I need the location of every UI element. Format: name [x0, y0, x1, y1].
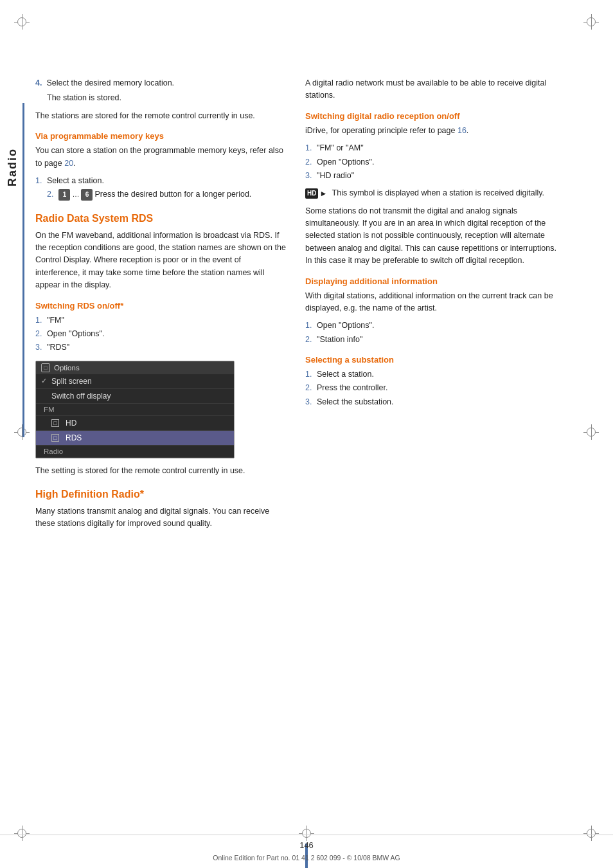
- right-column: A digital radio network must be availabl…: [305, 77, 562, 536]
- setting-stored-text: The setting is stored for the remote con…: [35, 465, 286, 477]
- prog-step-2: 2. 1 … 6 Press the desired button for a …: [35, 188, 286, 201]
- options-title-bar: □ Options: [36, 361, 234, 374]
- digital-step-3: 3."HD radio": [305, 170, 562, 182]
- crosshair-mid-right: [583, 424, 599, 440]
- key-press-text: Press the desired button for a longer pe…: [94, 188, 251, 201]
- programmable-steps: 1. Select a station. 2. 1 … 6 Press the …: [35, 175, 286, 201]
- rds-step-2: 2.Open "Options".: [35, 328, 286, 340]
- content-wrapper: 4. Select the desired memory location. T…: [35, 0, 600, 587]
- options-hd-item: □ HD: [36, 416, 234, 431]
- hd-symbol: HD►: [305, 188, 327, 200]
- substation-step-2: 2.Press the controller.: [305, 382, 562, 394]
- selecting-substation-title: Selecting a substation: [305, 355, 562, 365]
- hd-checkbox: □: [51, 419, 59, 427]
- crosshair-top-left: [14, 14, 30, 30]
- substation-step-3: 3.Select the substation.: [305, 396, 562, 408]
- remote-control-text: The stations are stored for the remote c…: [35, 110, 286, 122]
- page-number: 146: [299, 840, 314, 850]
- step4-text: 4. Select the desired memory location.: [35, 77, 286, 89]
- sidebar-label-text: Radio: [6, 148, 19, 186]
- options-rds-item: □ RDS: [36, 431, 234, 446]
- switch-digital-title: Switching digital radio reception on/off: [305, 111, 562, 121]
- options-title: Options: [54, 364, 80, 372]
- displaying-step-2: 2."Station info": [305, 334, 562, 346]
- displaying-title: Displaying additional information: [305, 276, 562, 286]
- key-1-badge: 1: [58, 189, 70, 201]
- options-radio-label: Radio: [36, 446, 234, 458]
- digital-network-text: A digital radio network must be availabl…: [305, 77, 562, 102]
- step4-sub: The station is stored.: [35, 92, 286, 104]
- rds-step-1: 1."FM": [35, 314, 286, 327]
- digital-body2: Some stations do not transmit the digita…: [305, 205, 562, 267]
- substation-steps-list: 1.Select a station. 2.Press the controll…: [305, 368, 562, 408]
- rds-steps-list: 1."FM" 2.Open "Options". 3."RDS": [35, 314, 286, 354]
- crosshair-mid-left: [14, 424, 30, 440]
- key-6-badge: 6: [81, 189, 93, 201]
- digital-step-2: 2.Open "Options".: [305, 156, 562, 168]
- bottom-bar: 146 Online Edition for Part no. 01 41 2 …: [0, 835, 613, 868]
- footer-text: Online Edition for Part no. 01 41 2 602 …: [213, 854, 400, 862]
- left-column: 4. Select the desired memory location. T…: [35, 77, 286, 536]
- hd-section-title: High Definition Radio*: [35, 489, 286, 500]
- options-screenshot: □ Options ✓ Split screen Switch off disp…: [35, 361, 235, 458]
- substation-step-1: 1.Select a station.: [305, 368, 562, 381]
- left-accent-bar: [22, 103, 24, 437]
- options-split-screen: ✓ Split screen: [36, 374, 234, 389]
- displaying-step-1: 1.Open "Options".: [305, 320, 562, 332]
- rds-checkbox: □: [51, 434, 59, 442]
- switch-rds-title: Switching RDS on/off*: [35, 301, 286, 311]
- digital-step-1: 1."FM" or "AM": [305, 142, 562, 154]
- sidebar-label: Radio: [0, 129, 24, 206]
- prog-step-1: 1. Select a station.: [35, 175, 286, 187]
- rds-body: On the FM waveband, additional informati…: [35, 230, 286, 292]
- hd-symbol-line: HD► This symbol is displayed when a stat…: [305, 187, 562, 199]
- check-icon: ✓: [41, 377, 47, 385]
- crosshair-top-right: [583, 14, 599, 30]
- options-icon: □: [41, 363, 50, 372]
- hd-symbol-desc: This symbol is displayed when a station …: [332, 188, 544, 197]
- rds-section-title: Radio Data System RDS: [35, 213, 286, 224]
- digital-steps-list: 1."FM" or "AM" 2.Open "Options". 3."HD r…: [305, 142, 562, 182]
- options-fm-label: FM: [36, 404, 234, 416]
- via-programmable-body: You can store a station on the programma…: [35, 145, 286, 170]
- hd-body: Many stations transmit analog and digita…: [35, 505, 286, 530]
- options-switch-off-display: Switch off display: [36, 389, 234, 404]
- step4-item: 4. Select the desired memory location. T…: [35, 77, 286, 105]
- rds-step-3: 3."RDS": [35, 341, 286, 354]
- page: Radio 4. Select the desired memory locat…: [0, 0, 613, 868]
- idrive-ref-text: iDrive, for operating principle refer to…: [305, 125, 562, 137]
- displaying-steps-list: 1.Open "Options". 2."Station info": [305, 320, 562, 346]
- displaying-body: With digital stations, additional inform…: [305, 290, 562, 315]
- via-programmable-title: Via programmable memory keys: [35, 131, 286, 141]
